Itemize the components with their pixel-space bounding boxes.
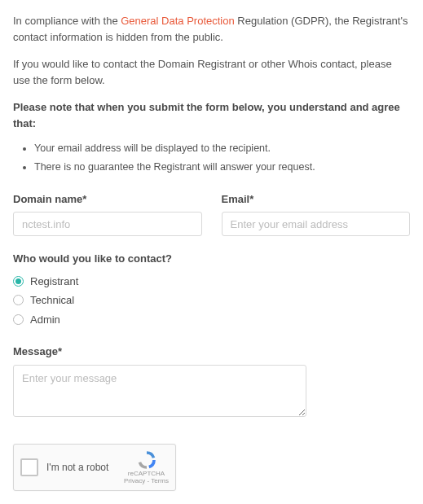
gdpr-pre: In compliance with the: [13, 15, 121, 27]
email-input[interactable]: [222, 212, 411, 236]
recaptcha-widget: I'm not a robot reCAPTCHA Privacy - Term…: [13, 444, 176, 491]
note-item: There is no guarantee the Registrant wil…: [34, 160, 410, 175]
radio-registrant[interactable]: [13, 276, 24, 287]
note-item: Your email address will be displayed to …: [34, 141, 410, 156]
recaptcha-icon: [136, 449, 157, 471]
contact-question: Who would you like to contact?: [13, 251, 410, 267]
note-heading: Please note that when you submit the for…: [13, 99, 410, 131]
recaptcha-terms-text: Privacy - Terms: [124, 478, 169, 485]
note-list: Your email address will be displayed to …: [34, 141, 410, 175]
recaptcha-brand: reCAPTCHA Privacy - Terms: [124, 449, 169, 485]
recaptcha-checkbox[interactable]: [20, 458, 38, 476]
domain-input[interactable]: [13, 212, 202, 236]
gdpr-link[interactable]: General Data Protection: [121, 15, 234, 27]
radio-label: Technical: [30, 292, 74, 309]
gdpr-intro: In compliance with the General Data Prot…: [13, 13, 410, 45]
message-textarea[interactable]: [13, 365, 306, 417]
radio-label: Registrant: [30, 274, 78, 290]
contact-radio-group: Registrant Technical Admin: [13, 274, 410, 328]
radio-admin[interactable]: [13, 314, 24, 325]
radio-label: Admin: [30, 312, 60, 328]
message-label: Message*: [13, 344, 410, 360]
radio-technical[interactable]: [13, 295, 24, 305]
email-label: Email*: [222, 191, 411, 208]
recaptcha-text: I'm not a robot: [46, 460, 124, 475]
domain-label: Domain name*: [13, 191, 202, 208]
contact-intro: If you would like to contact the Domain …: [13, 56, 410, 88]
